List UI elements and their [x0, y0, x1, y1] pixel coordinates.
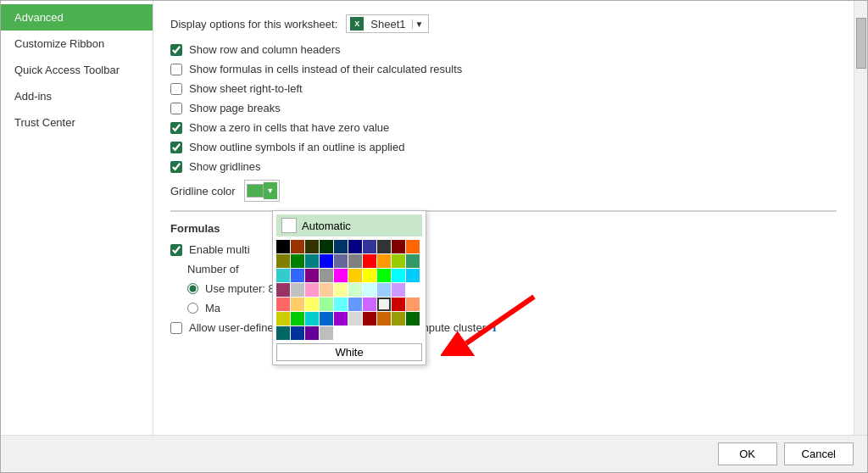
allow-xll-checkbox[interactable] — [170, 322, 182, 334]
cancel-button[interactable]: Cancel — [784, 442, 854, 465]
color-cell[interactable] — [276, 283, 290, 297]
sidebar-item-advanced[interactable]: Advanced — [1, 4, 153, 31]
color-cell[interactable] — [320, 269, 333, 282]
show-zero-checkbox[interactable] — [170, 122, 182, 134]
color-cell[interactable] — [348, 283, 362, 297]
sidebar-item-customize-ribbon[interactable]: Customize Ribbon — [1, 31, 153, 57]
color-cell[interactable] — [363, 312, 376, 326]
color-cell[interactable] — [305, 283, 319, 297]
worksheet-dropdown-arrow[interactable]: ▼ — [412, 19, 425, 29]
option-show-zero: Show a zero in cells that have zero valu… — [170, 121, 837, 134]
sidebar-item-quick-access[interactable]: Quick Access Toolbar — [1, 57, 153, 83]
color-cell[interactable] — [377, 240, 391, 253]
show-breaks-checkbox[interactable] — [170, 103, 182, 114]
show-zero-label: Show a zero in cells that have zero valu… — [189, 121, 389, 134]
scrollbar-thumb[interactable] — [856, 18, 866, 69]
color-cell[interactable] — [276, 269, 290, 282]
option-show-rtl: Show sheet right-to-left — [170, 82, 837, 95]
worksheet-select[interactable]: X Sheet1 ▼ — [346, 14, 429, 33]
color-cell[interactable] — [320, 326, 333, 340]
color-cell[interactable] — [363, 298, 376, 311]
color-cell[interactable] — [291, 254, 304, 268]
color-cell[interactable] — [377, 283, 391, 297]
show-formulas-checkbox[interactable] — [170, 64, 182, 75]
color-cell[interactable] — [363, 283, 376, 297]
gridline-color-dropdown-arrow[interactable]: ▼ — [264, 182, 277, 199]
color-cell[interactable] — [392, 240, 405, 253]
color-cell[interactable] — [377, 312, 391, 326]
color-cell[interactable] — [305, 298, 319, 311]
show-rtl-label: Show sheet right-to-left — [189, 82, 303, 95]
color-cell[interactable] — [320, 283, 333, 297]
color-cell[interactable] — [276, 254, 290, 268]
color-cell[interactable] — [363, 240, 376, 253]
color-cell[interactable] — [348, 269, 362, 282]
use-radio[interactable] — [187, 283, 198, 294]
show-headers-checkbox[interactable] — [170, 44, 182, 56]
color-picker-automatic[interactable]: Automatic — [276, 214, 422, 236]
color-cell[interactable] — [305, 326, 319, 340]
white-color-label[interactable]: White — [276, 343, 422, 361]
color-cell[interactable] — [363, 269, 376, 282]
color-cell[interactable] — [320, 298, 333, 311]
color-cell[interactable] — [377, 254, 391, 268]
number-of-label: Number of — [187, 263, 239, 275]
show-gridlines-label: Show gridlines — [189, 160, 261, 173]
color-cell[interactable] — [334, 283, 348, 297]
scrollbar[interactable] — [854, 1, 867, 435]
ok-button[interactable]: OK — [718, 442, 777, 465]
color-cell[interactable] — [291, 283, 304, 297]
color-cell[interactable] — [334, 240, 348, 253]
color-cell[interactable] — [291, 312, 304, 326]
color-cell[interactable] — [305, 269, 319, 282]
color-cell[interactable] — [291, 326, 304, 340]
color-cell[interactable] — [291, 298, 304, 311]
color-cell[interactable] — [392, 254, 405, 268]
color-cell[interactable] — [348, 254, 362, 268]
color-cell[interactable] — [392, 283, 405, 297]
color-cell[interactable] — [348, 312, 362, 326]
display-options-label: Display options for this worksheet: — [170, 18, 337, 31]
color-cell[interactable] — [406, 312, 420, 326]
ma-radio[interactable] — [187, 303, 198, 314]
color-cell[interactable] — [377, 298, 391, 311]
color-cell[interactable] — [406, 240, 420, 253]
color-cell[interactable] — [276, 312, 290, 326]
option-allow-xll: Allow user-defined XLL functions to run … — [170, 321, 837, 334]
color-cell[interactable] — [406, 298, 420, 311]
show-outline-checkbox[interactable] — [170, 142, 182, 153]
color-cell[interactable] — [348, 298, 362, 311]
color-cell[interactable] — [305, 254, 319, 268]
color-cell[interactable] — [276, 326, 290, 340]
color-cell[interactable] — [320, 240, 333, 253]
sidebar-item-trust-center[interactable]: Trust Center — [1, 109, 153, 136]
color-cell[interactable] — [334, 312, 348, 326]
option-enable-multi: Enable multi — [170, 243, 837, 256]
color-cell[interactable] — [276, 240, 290, 253]
color-cell[interactable] — [276, 298, 290, 311]
color-cell[interactable] — [334, 269, 348, 282]
color-cell[interactable] — [406, 269, 420, 282]
color-cell[interactable] — [392, 269, 405, 282]
color-cell[interactable] — [392, 312, 405, 326]
sidebar-item-add-ins[interactable]: Add-ins — [1, 83, 153, 109]
color-cell[interactable] — [377, 269, 391, 282]
color-cell[interactable] — [305, 240, 319, 253]
color-cell[interactable] — [363, 254, 376, 268]
color-cell[interactable] — [305, 312, 319, 326]
color-cell[interactable] — [348, 240, 362, 253]
enable-multi-checkbox[interactable] — [170, 244, 182, 256]
color-cell[interactable] — [291, 269, 304, 282]
show-gridlines-checkbox[interactable] — [170, 161, 182, 173]
color-cell[interactable] — [406, 283, 420, 297]
color-cell[interactable] — [334, 254, 348, 268]
color-cell[interactable] — [320, 254, 333, 268]
color-cell[interactable] — [406, 254, 420, 268]
color-cell[interactable] — [392, 298, 405, 311]
color-cell[interactable] — [320, 312, 333, 326]
gridline-color-button[interactable]: ▼ — [244, 180, 280, 202]
show-formulas-label: Show formulas in cells instead of their … — [189, 63, 462, 75]
show-rtl-checkbox[interactable] — [170, 83, 182, 95]
color-cell[interactable] — [334, 298, 348, 311]
color-cell[interactable] — [291, 240, 304, 253]
